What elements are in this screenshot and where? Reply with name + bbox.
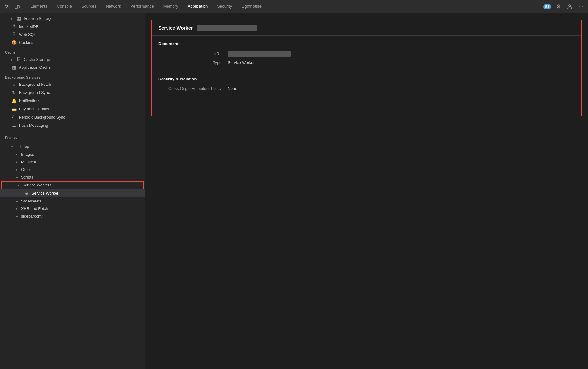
sw-coep-value: None: [228, 86, 237, 91]
tab-elements[interactable]: Elements: [26, 0, 52, 13]
stylesheets-label: Stylesheets: [21, 199, 42, 203]
cache-storage-icon: 🗄: [16, 57, 21, 62]
bg-fetch-icon: ↕: [11, 82, 16, 87]
sw-title-url-badge: [197, 25, 257, 31]
xhr-label: XHR and Fetch: [21, 207, 48, 211]
sw-coep-row: Cross-Origin Embedder Policy None: [158, 86, 575, 91]
sidebar-item-websql[interactable]: 🗄 Web SQL: [0, 31, 145, 38]
other-label: Other: [21, 167, 31, 172]
svg-rect-0: [15, 5, 18, 8]
sidebar-item-periodic-bg-sync[interactable]: ⏱ Periodic Background Sync: [0, 113, 145, 121]
sidebar-item-cookies[interactable]: 🍪 Cookies: [0, 38, 145, 47]
scripts-label: Scripts: [21, 175, 33, 179]
sidebar-divider: [0, 132, 145, 132]
sidebar-item-xhr[interactable]: XHR and Fetch: [0, 205, 145, 213]
push-messaging-icon: ☁: [11, 123, 16, 128]
session-storage-label: Session Storage: [24, 16, 53, 21]
sidebar: ▦ Session Storage 🗄 IndexedDB 🗄 Web SQL …: [0, 13, 145, 369]
websql-icon: 🗄: [11, 32, 16, 37]
sidebar-item-stylesheets[interactable]: Stylesheets: [0, 197, 145, 205]
sidebar-item-images[interactable]: Images: [0, 151, 145, 158]
sw-type-value: Service Worker: [228, 61, 255, 65]
images-chevron: [16, 153, 18, 156]
sw-document-title: Document: [158, 41, 575, 46]
sidebar-item-manifest[interactable]: Manifest: [0, 158, 145, 166]
sw-panel-title: Service Worker: [158, 25, 193, 31]
profile-icon[interactable]: [565, 2, 574, 11]
cache-storage-chevron: [11, 58, 13, 61]
session-storage-icon: ▦: [16, 16, 21, 21]
svg-point-2: [569, 5, 571, 7]
sidebar-item-sidebar-com[interactable]: sidebarcom/: [0, 213, 145, 220]
sidebar-item-scripts[interactable]: Scripts: [0, 173, 145, 181]
sw-security-section: Security & Isolation Cross-Origin Embedd…: [152, 71, 581, 97]
bg-fetch-label: Background Fetch: [19, 82, 51, 87]
bg-services-section-label: Background Services: [0, 72, 145, 80]
sidebar-item-cache-storage[interactable]: 🗄 Cache Storage: [0, 56, 145, 63]
tab-application[interactable]: Application: [183, 0, 212, 13]
sidebar-com-chevron: [16, 215, 18, 218]
service-worker-gear-icon: ⚙: [24, 191, 29, 196]
sidebar-item-app-cache[interactable]: ▦ Application Cache: [0, 63, 145, 72]
push-messaging-label: Push Messaging: [19, 123, 48, 128]
bg-sync-icon: ↻: [11, 90, 16, 95]
sidebar-item-indexeddb[interactable]: 🗄 IndexedDB: [0, 23, 145, 31]
sw-type-row: Type Service Worker: [158, 61, 575, 65]
more-icon[interactable]: ⋯: [577, 2, 585, 11]
sidebar-item-bg-fetch[interactable]: ↕ Background Fetch: [0, 80, 145, 89]
websql-label: Web SQL: [19, 32, 36, 37]
cache-section-label: Cache: [0, 47, 145, 56]
sidebar-item-service-workers[interactable]: Service Workers: [1, 181, 144, 189]
top-chevron: [11, 145, 13, 148]
session-storage-chevron: [11, 17, 13, 20]
manifest-chevron: [16, 161, 18, 164]
xhr-chevron: [16, 207, 18, 210]
svg-rect-1: [18, 6, 19, 8]
top-frame-icon: ☐: [16, 144, 21, 149]
sidebar-item-session-storage[interactable]: ▦ Session Storage: [0, 15, 145, 23]
app-cache-icon: ▦: [11, 65, 16, 70]
inspect-icon[interactable]: [3, 2, 11, 11]
sidebar-item-notifications[interactable]: 🔔 Notifications: [0, 97, 145, 105]
main-layout: ▦ Session Storage 🗄 IndexedDB 🗄 Web SQL …: [0, 13, 588, 369]
sw-security-title: Security & Isolation: [158, 77, 575, 81]
tab-console[interactable]: Console: [52, 0, 76, 13]
service-workers-label: Service Workers: [22, 183, 51, 187]
service-workers-chevron: [18, 184, 19, 187]
tab-performance[interactable]: Performance: [126, 0, 158, 13]
sidebar-item-payment-handler[interactable]: 💳 Payment Handler: [0, 105, 145, 113]
sidebar-item-service-worker-selected[interactable]: ⚙ Service Worker: [0, 189, 145, 197]
images-label: Images: [21, 152, 34, 157]
periodic-bg-sync-label: Periodic Background Sync: [19, 115, 65, 120]
other-chevron: [16, 168, 18, 171]
manifest-label: Manifest: [21, 160, 36, 164]
sidebar-item-push-messaging[interactable]: ☁ Push Messaging: [0, 121, 145, 130]
tab-bar: Elements Console Sources Network Perform…: [0, 0, 588, 13]
sw-empty-section: [152, 97, 581, 116]
notification-badge: 51: [543, 4, 551, 9]
stylesheets-chevron: [16, 200, 18, 203]
service-worker-panel: Service Worker Document URL Type Service…: [151, 20, 582, 116]
cookies-label: Cookies: [19, 40, 33, 45]
scripts-chevron: [16, 176, 18, 179]
service-worker-label: Service Worker: [32, 191, 58, 196]
tab-network[interactable]: Network: [102, 0, 126, 13]
sidebar-item-other[interactable]: Other: [0, 166, 145, 173]
indexeddb-icon: 🗄: [11, 24, 16, 29]
devtools-icons: [3, 2, 21, 11]
sidebar-item-bg-sync[interactable]: ↻ Background Sync: [0, 89, 145, 97]
notifications-label: Notifications: [19, 99, 40, 103]
tab-memory[interactable]: Memory: [159, 0, 183, 13]
sidebar-item-top[interactable]: ☐ top: [0, 143, 145, 151]
tab-bar-right: 51 ⚙ ⋯: [543, 2, 585, 11]
app-cache-label: Application Cache: [19, 65, 51, 70]
tab-sources[interactable]: Sources: [77, 0, 101, 13]
notifications-icon: 🔔: [11, 98, 16, 103]
sidebar-com-label: sidebarcom/: [21, 214, 43, 219]
tab-lighthouse[interactable]: Lighthouse: [237, 0, 266, 13]
settings-icon[interactable]: ⚙: [554, 2, 563, 11]
indexeddb-label: IndexedDB: [19, 25, 38, 29]
device-icon[interactable]: [13, 2, 21, 11]
tab-security[interactable]: Security: [213, 0, 236, 13]
top-label: top: [24, 144, 29, 149]
